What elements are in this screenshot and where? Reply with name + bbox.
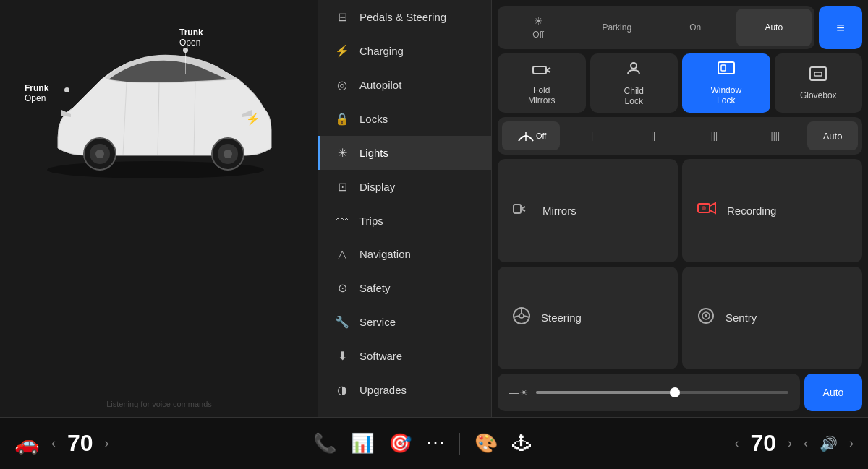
sidebar-item-service[interactable]: 🔧 Service: [318, 305, 491, 339]
taskbar-divider: [459, 433, 460, 455]
sidebar-item-label: Pedals & Steering: [359, 11, 446, 23]
lights-control-row: ☀ Off Parking On Auto ≡: [498, 6, 862, 49]
sun-icon: ☀: [534, 15, 543, 27]
lights-parking-btn[interactable]: Parking: [579, 9, 655, 46]
right-panel: ☀ Off Parking On Auto ≡: [492, 0, 868, 417]
speed-left-display: 70: [67, 430, 93, 457]
recording-card[interactable]: Recording: [682, 159, 862, 262]
mirrors-card[interactable]: Mirrors: [498, 159, 678, 262]
dashcam-icon[interactable]: 🎯: [388, 432, 412, 455]
recording-label: Recording: [727, 205, 776, 217]
sidebar-item-label: Autopilot: [359, 79, 401, 91]
software-icon: ⬇: [335, 349, 349, 363]
lights-on-btn[interactable]: On: [658, 9, 733, 46]
sidebar-item-pedals[interactable]: ⊟ Pedals & Steering: [318, 0, 491, 34]
volume-right[interactable]: ›: [849, 436, 854, 451]
speed-left-next[interactable]: ›: [105, 436, 109, 451]
svg-rect-16: [721, 65, 726, 71]
fold-mirrors-btn[interactable]: FoldMirrors: [498, 53, 586, 113]
glovebox-icon: [809, 66, 827, 86]
glovebox-btn[interactable]: Glovebox: [775, 53, 863, 113]
door-controls-row: FoldMirrors ChildLock Wi: [498, 53, 862, 113]
svg-rect-11: [533, 66, 546, 74]
lights-off-btn[interactable]: ☀ Off: [501, 9, 576, 46]
lights-list-btn[interactable]: ≡: [819, 6, 862, 49]
volume-icon[interactable]: 🔊: [820, 435, 838, 452]
sidebar-item-trips[interactable]: 〰 Trips: [318, 204, 491, 237]
cards-left-col: Mirrors Steering: [498, 159, 678, 369]
sidebar-item-software[interactable]: ⬇ Software: [318, 339, 491, 373]
speed-left-prev[interactable]: ‹: [51, 436, 56, 451]
taskbar-left: 🚗 ‹ 70 ›: [14, 430, 109, 457]
taskbar-center: 📞 📊 🎯 ⋯ 🎨 🕹: [313, 432, 531, 455]
feature-cards: Mirrors Steering: [498, 159, 862, 369]
wiper-off-btn[interactable]: Off: [502, 121, 560, 150]
sentry-card[interactable]: Sentry: [682, 267, 862, 370]
speed-right-next[interactable]: ›: [788, 436, 792, 451]
speed-right-display: 70: [750, 430, 776, 457]
phone-icon[interactable]: 📞: [313, 432, 336, 455]
sidebar-item-label: Upgrades: [359, 384, 407, 396]
charging-icon: ⚡: [335, 44, 349, 58]
sidebar-item-label: Locks: [359, 113, 388, 125]
display-icon: ⊡: [335, 180, 349, 194]
window-lock-icon: [717, 61, 736, 81]
wiper-1-btn[interactable]: |: [563, 121, 621, 150]
pedals-icon: ⊟: [335, 10, 349, 24]
recording-icon: [697, 200, 717, 220]
wiper-3-btn[interactable]: |||: [685, 121, 743, 150]
trunk-status: Open: [179, 38, 203, 48]
sidebar-item-label: Software: [359, 350, 402, 362]
cards-right-col: Recording Sentry: [682, 159, 862, 369]
sidebar-item-label: Navigation: [359, 248, 411, 260]
child-lock-btn[interactable]: ChildLock: [590, 53, 678, 113]
steering-card[interactable]: Steering: [498, 267, 678, 370]
brightness-fill: [536, 391, 675, 394]
sidebar-item-upgrades[interactable]: ◑ Upgrades: [318, 373, 491, 407]
sidebar-item-safety[interactable]: ⊙ Safety: [318, 271, 491, 305]
window-lock-btn[interactable]: WindowLock: [682, 53, 770, 113]
mirrors-icon: [512, 200, 532, 220]
brightness-track[interactable]: [536, 391, 788, 394]
sentry-icon: [697, 306, 715, 330]
sidebar-item-display[interactable]: ⊡ Display: [318, 170, 491, 204]
svg-point-3: [95, 150, 104, 158]
lights-auto-btn[interactable]: Auto: [736, 9, 812, 46]
brightness-auto-btn[interactable]: Auto: [804, 374, 862, 411]
child-lock-label: ChildLock: [624, 86, 644, 107]
games-icon[interactable]: 🕹: [512, 432, 531, 455]
sidebar-item-charging[interactable]: ⚡ Charging: [318, 34, 491, 68]
svg-rect-17: [810, 67, 826, 80]
gallery-icon[interactable]: 🎨: [475, 432, 498, 455]
speed-left-value: 70: [67, 430, 93, 457]
sentry-label: Sentry: [726, 311, 757, 324]
wiper-auto-label: Auto: [823, 131, 843, 142]
sidebar-item-lights[interactable]: ✳ Lights: [318, 136, 491, 170]
sidebar-item-label: Safety: [359, 282, 391, 294]
safety-icon: ⊙: [335, 281, 349, 295]
sidebar-item-navigation[interactable]: △ Navigation: [318, 237, 491, 271]
svg-rect-20: [514, 205, 521, 213]
upgrades-icon: ◑: [335, 383, 349, 397]
trunk-label: Trunk: [179, 27, 203, 38]
media-icon[interactable]: 📊: [351, 432, 374, 455]
mirrors-label: Mirrors: [542, 205, 576, 217]
sidebar-item-label: Lights: [359, 147, 388, 159]
volume-left[interactable]: ‹: [804, 436, 808, 451]
speed-right-prev[interactable]: ‹: [734, 436, 739, 451]
brightness-thumb[interactable]: [670, 387, 680, 397]
wiper-auto-btn[interactable]: Auto: [807, 121, 858, 150]
sidebar-item-locks[interactable]: 🔒 Locks: [318, 102, 491, 136]
apps-icon[interactable]: ⋯: [426, 432, 445, 455]
wiper-2-btn[interactable]: ||: [624, 121, 682, 150]
taskbar-car-icon[interactable]: 🚗: [14, 431, 40, 455]
sidebar-item-autopilot[interactable]: ◎ Autopilot: [318, 68, 491, 102]
list-icon: ≡: [836, 20, 845, 36]
autopilot-icon: ◎: [335, 78, 349, 92]
navigation-icon: △: [335, 247, 349, 261]
car-visualization: ⚡ Trunk Open Frunk Open: [0, 0, 318, 417]
sidebar: ⊟ Pedals & Steering ⚡ Charging ◎ Autopil…: [318, 0, 492, 417]
svg-line-26: [514, 316, 519, 317]
frunk-label: Frunk: [25, 83, 48, 93]
wiper-4-btn[interactable]: ||||: [746, 121, 804, 150]
